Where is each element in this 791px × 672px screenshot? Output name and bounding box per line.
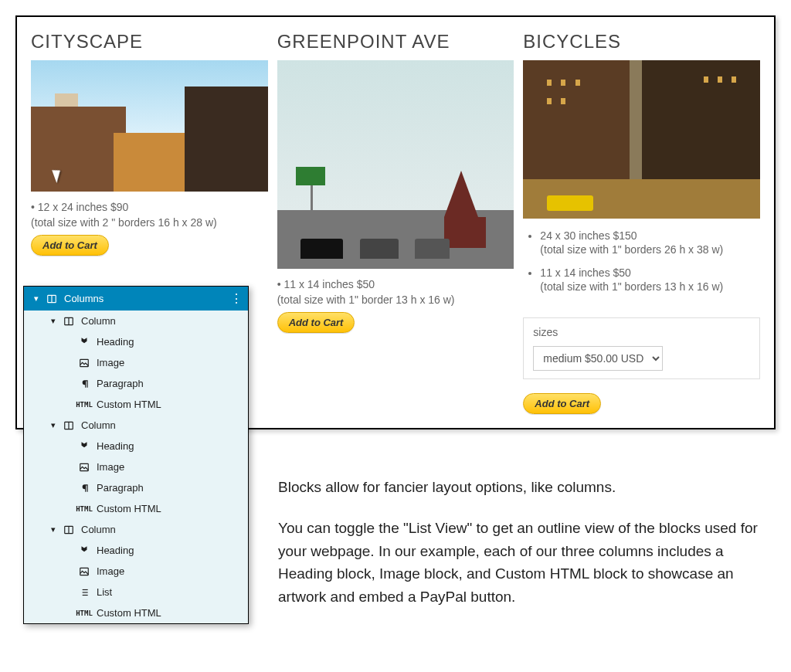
listview-block-row[interactable]: List — [24, 582, 248, 602]
listview-block-row[interactable]: Image — [24, 561, 248, 582]
listview-item-label: Column — [81, 524, 116, 535]
chevron-down-icon: ▾ — [47, 316, 59, 326]
listview-item-label: Paragraph — [97, 378, 144, 389]
html-icon: HTML — [78, 505, 90, 513]
listview-block-row[interactable]: Paragraph — [24, 477, 248, 498]
product-size-sub: (total size with 2 " borders 16 h x 28 w… — [31, 216, 268, 229]
product-size-line: • 11 x 14 inches $50 — [277, 278, 514, 290]
listview-item-label: List — [97, 586, 112, 598]
pilcrow-icon — [78, 483, 90, 494]
product-image — [523, 60, 760, 219]
product-col-bicycles: BICYCLES 24 x 30 inches $150 (tot — [523, 31, 760, 414]
product-col-greenpoint: GREENPOINT AVE • 11 x 14 inches $50 (tot… — [277, 31, 514, 414]
product-image — [31, 60, 268, 192]
list-item: 11 x 14 inches $50 (total size with 1" b… — [540, 266, 760, 293]
chevron-down-icon: ▾ — [47, 524, 59, 535]
chevron-down-icon: ▾ — [47, 420, 59, 430]
html-icon: HTML — [78, 609, 90, 617]
listview-block-row[interactable]: Image — [24, 352, 248, 373]
listview-item-label: Custom HTML — [97, 503, 161, 514]
size-line: 11 x 14 inches $50 — [540, 266, 631, 279]
product-size-sub: (total size with 1" border 13 h x 16 w) — [277, 294, 514, 306]
listview-block-row[interactable]: Image — [24, 456, 248, 477]
column-icon — [63, 524, 75, 535]
listview-item-label: Column — [81, 419, 116, 431]
listview-item-label: Image — [97, 461, 124, 473]
listview-header-label: Columns — [64, 293, 104, 304]
chevron-down-icon: ▾ — [30, 294, 42, 304]
listview-item-label: Column — [81, 315, 116, 327]
listview-block-row[interactable]: HTMLCustom HTML — [24, 602, 248, 623]
product-sizes-list: 24 x 30 inches $150 (total size with 1" … — [523, 229, 760, 304]
listview-block-row[interactable]: Heading — [24, 540, 248, 561]
listview-panel: ▾ Columns ⋮ ▾ColumnHeadingImageParagraph… — [23, 286, 249, 624]
listview-item-label: Heading — [97, 440, 134, 452]
product-title: CITYSCAPE — [31, 31, 268, 53]
columns-icon — [46, 294, 58, 304]
listview-block-row[interactable]: Paragraph — [24, 373, 248, 394]
listview-item-label: Custom HTML — [97, 607, 161, 619]
listview-item-label: Heading — [97, 336, 134, 348]
list-icon — [78, 587, 90, 598]
column-icon — [63, 316, 75, 327]
listview-column-row[interactable]: ▾Column — [24, 311, 248, 331]
listview-item-label: Paragraph — [97, 482, 144, 494]
listview-item-label: Heading — [97, 545, 134, 556]
size-sub: (total size with 1" borders 26 h x 38 w) — [540, 243, 760, 256]
explanation-p2: You can toggle the "List View" to get an… — [278, 517, 772, 608]
size-select[interactable]: medium $50.00 USD — [533, 346, 663, 371]
image-icon — [78, 566, 90, 577]
add-to-cart-button[interactable]: Add to Cart — [277, 312, 355, 333]
column-icon — [63, 420, 75, 431]
sizes-box: sizes medium $50.00 USD — [523, 317, 760, 379]
list-item: 24 x 30 inches $150 (total size with 1" … — [540, 229, 760, 256]
listview-block-row[interactable]: HTMLCustom HTML — [24, 498, 248, 519]
more-icon[interactable]: ⋮ — [230, 291, 242, 306]
listview-block-row[interactable]: Heading — [24, 331, 248, 352]
pilcrow-icon — [78, 378, 90, 389]
explanation-text: Blocks allow for fancier layout options,… — [278, 476, 772, 608]
html-icon: HTML — [78, 401, 90, 409]
listview-block-row[interactable]: Heading — [24, 436, 248, 456]
product-title: GREENPOINT AVE — [277, 31, 514, 53]
bookmark-icon — [78, 337, 90, 348]
size-sub: (total size with 1" borders 13 h x 16 w) — [540, 280, 760, 293]
add-to-cart-button[interactable]: Add to Cart — [523, 393, 601, 414]
size-line: 24 x 30 inches $150 — [540, 229, 637, 242]
listview-header[interactable]: ▾ Columns ⋮ — [24, 287, 248, 311]
listview-column-row[interactable]: ▾Column — [24, 519, 248, 540]
product-image — [277, 60, 514, 269]
image-icon — [78, 358, 90, 368]
explanation-p1: Blocks allow for fancier layout options,… — [278, 476, 772, 498]
listview-item-label: Image — [97, 565, 124, 577]
listview-item-label: Image — [97, 357, 124, 368]
listview-column-row[interactable]: ▾Column — [24, 415, 248, 436]
product-size-line: • 12 x 24 inches $90 — [31, 201, 268, 213]
image-icon — [78, 462, 90, 473]
listview-block-row[interactable]: HTMLCustom HTML — [24, 394, 248, 415]
add-to-cart-button[interactable]: Add to Cart — [31, 235, 109, 256]
bookmark-icon — [78, 545, 90, 556]
listview-item-label: Custom HTML — [97, 399, 161, 410]
bookmark-icon — [78, 441, 90, 452]
product-title: BICYCLES — [523, 31, 760, 53]
sizes-label: sizes — [533, 326, 558, 338]
